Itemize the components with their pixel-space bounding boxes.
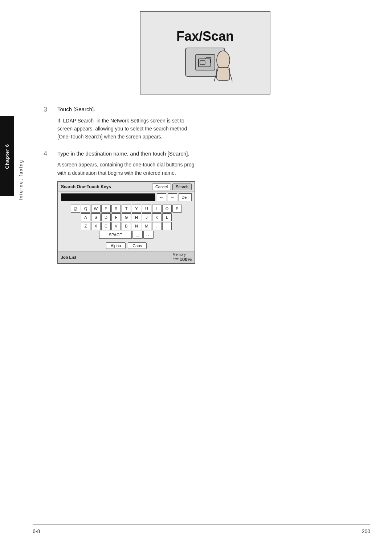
svg-rect-6 [217, 68, 230, 80]
ks-key-b[interactable]: B [122, 222, 131, 230]
ks-key-u[interactable]: U [142, 205, 151, 213]
ks-key-at[interactable]: @ [71, 205, 80, 213]
ks-search-button[interactable]: Search [172, 184, 192, 190]
ks-key-row-space: SPACE _ - [60, 231, 192, 239]
fax-scan-title: Fax/Scan [176, 29, 234, 44]
ks-key-z[interactable]: Z [81, 222, 90, 230]
ks-key-row-3: Z X C V B N M . , [60, 222, 192, 230]
ks-key-period[interactable]: . [152, 222, 162, 230]
page-footer: 6-8 200 [33, 524, 370, 534]
sidebar-vertical: Internet faxing [14, 116, 28, 243]
ks-space-key[interactable]: SPACE [99, 231, 132, 239]
ks-key-m[interactable]: M [142, 222, 151, 230]
finger-pressing-icon [211, 49, 236, 82]
ks-key-p[interactable]: P [172, 205, 182, 213]
ks-key-dash[interactable]: - [143, 231, 154, 239]
chapter-tab: Chapter 6 [0, 116, 14, 196]
fax-scan-icon [198, 56, 212, 69]
svg-point-5 [217, 51, 230, 70]
step-3-block: 3 Touch [Search]. If LDAP Search in the … [40, 105, 370, 141]
ks-key-g[interactable]: G [122, 213, 131, 221]
ks-key-underscore[interactable]: _ [132, 231, 143, 239]
ks-memory-info: MemoryFree 100% [173, 253, 192, 262]
ks-key-i[interactable]: I [152, 205, 162, 213]
svg-rect-0 [199, 59, 210, 67]
chapter-label: Chapter 6 [4, 144, 10, 169]
ks-memory-sub: Free [173, 257, 179, 260]
fax-scan-illustration [185, 48, 225, 77]
ks-key-a[interactable]: A [81, 213, 90, 221]
ks-key-o[interactable]: O [162, 205, 172, 213]
ks-key-x[interactable]: X [91, 222, 101, 230]
ks-alpha-button[interactable]: Alpha [106, 242, 126, 249]
ks-key-s[interactable]: S [91, 213, 101, 221]
ks-key-e[interactable]: E [101, 205, 111, 213]
ks-key-j[interactable]: J [142, 213, 151, 221]
step-4-number: 4 [44, 150, 52, 158]
ks-key-c[interactable]: C [101, 222, 111, 230]
keyboard-screen: Search One-Touch Keys Cancel Search ← → … [57, 181, 195, 264]
ks-topbar-buttons: Cancel Search [152, 184, 192, 190]
ks-arrow-right-button[interactable]: → [168, 193, 177, 201]
step-3-text: Touch [Search]. [57, 105, 95, 114]
ks-key-row-2: A S D F G H J K L [60, 213, 192, 221]
main-content: Fax/Scan [33, 0, 392, 556]
ks-key-r[interactable]: R [111, 205, 121, 213]
step-3-row: 3 Touch [Search]. [44, 105, 370, 114]
step-4-text: Type in the destination name, and then t… [57, 150, 189, 158]
ks-caps-button[interactable]: Caps [128, 242, 147, 249]
ks-input-row: ← → Del. [58, 192, 195, 203]
ks-key-comma[interactable]: , [162, 222, 172, 230]
ks-key-f[interactable]: F [111, 213, 121, 221]
fax-scan-image-box: Fax/Scan [140, 11, 270, 94]
ks-text-input[interactable] [61, 193, 155, 201]
ks-topbar: Search One-Touch Keys Cancel Search [58, 182, 195, 192]
ks-key-w[interactable]: W [91, 205, 101, 213]
ks-key-q[interactable]: Q [81, 205, 90, 213]
ks-key-k[interactable]: K [152, 213, 162, 221]
ks-key-l[interactable]: L [162, 213, 172, 221]
ks-cancel-button[interactable]: Cancel [152, 184, 171, 190]
ks-title: Search One-Touch Keys [61, 184, 111, 189]
ks-footer: Job List MemoryFree 100% [58, 251, 195, 263]
ks-key-n[interactable]: N [132, 222, 141, 230]
ks-alpha-caps-row: Alpha Caps [58, 241, 195, 251]
ks-keyboard: @ Q W E R T Y U I O P A S D F [58, 203, 195, 241]
page-number-left: 6-8 [33, 528, 40, 534]
sidebar-section-label: Internet faxing [18, 160, 24, 200]
step-4-row: 4 Type in the destination name, and then… [44, 150, 370, 158]
step-3-number: 3 [44, 106, 52, 113]
ks-key-t[interactable]: T [122, 205, 131, 213]
step-4-sub: A screen appears, containing the one-tou… [57, 161, 370, 177]
page-number-right: 200 [362, 528, 370, 534]
ks-key-d[interactable]: D [101, 213, 111, 221]
ks-key-row-1: @ Q W E R T Y U I O P [60, 205, 192, 213]
ks-key-h[interactable]: H [132, 213, 141, 221]
ks-del-button[interactable]: Del. [179, 193, 192, 201]
ks-arrow-left-button[interactable]: ← [157, 193, 166, 201]
ks-key-y[interactable]: Y [132, 205, 141, 213]
step-4-block: 4 Type in the destination name, and then… [40, 150, 370, 264]
ks-key-v[interactable]: V [111, 222, 121, 230]
svg-rect-1 [200, 61, 205, 64]
ks-job-list[interactable]: Job List [61, 255, 76, 259]
ks-memory-value: 100% [180, 257, 192, 262]
step-3-sub: If LDAP Search in the Network Settings s… [57, 117, 370, 141]
